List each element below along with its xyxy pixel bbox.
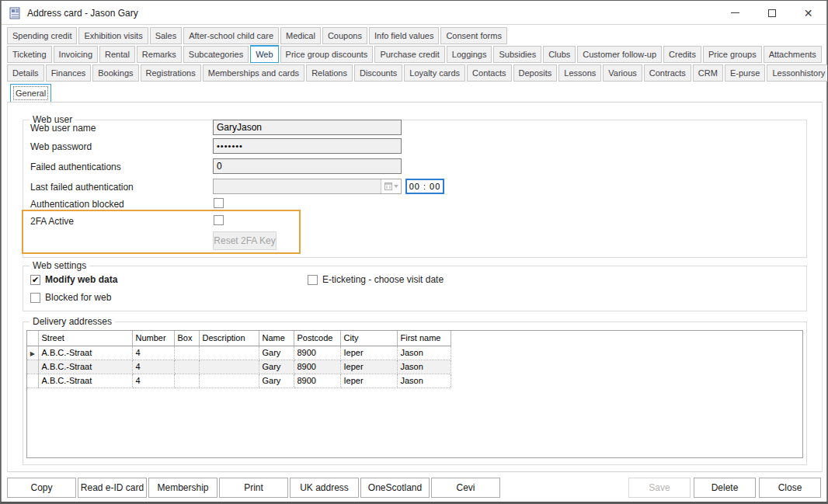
grid-cell[interactable]: A.B.C.-Straat (38, 360, 132, 374)
print-button[interactable]: Print (219, 478, 288, 498)
table-row[interactable]: ▶A.B.C.-Straat4Gary8900IeperJason (27, 346, 451, 360)
authentication-blocked-checkbox[interactable] (214, 198, 224, 208)
tab-price-group-discounts[interactable]: Price group discounts (280, 46, 374, 63)
tab-lessonhistory[interactable]: Lessonhistory (767, 64, 828, 82)
tab-spending-credit[interactable]: Spending credit (7, 27, 77, 44)
close-button[interactable]: Close (759, 478, 821, 498)
tab-subsidies[interactable]: Subsidies (493, 46, 541, 63)
tab-ticketing[interactable]: Ticketing (7, 46, 52, 63)
tab-rental[interactable]: Rental (99, 46, 135, 63)
tab-bookings[interactable]: Bookings (92, 64, 138, 82)
tab-loyalty-cards[interactable]: Loyalty cards (404, 64, 465, 82)
grid-cell[interactable]: Ieper (340, 360, 397, 374)
e-ticketing-choose-visit-date-checkbox[interactable] (308, 275, 318, 285)
grid-cell[interactable]: 8900 (294, 374, 340, 388)
row-selector[interactable] (27, 374, 38, 388)
grid-cell[interactable]: 4 (132, 374, 174, 388)
column-header-postcode[interactable]: Postcode (294, 331, 340, 346)
tab-general[interactable]: General (10, 84, 51, 103)
blocked-for-web-checkbox[interactable] (30, 293, 40, 303)
tab-contacts[interactable]: Contacts (467, 64, 511, 82)
date-dropdown-button[interactable] (381, 179, 401, 193)
grid-cell[interactable]: Ieper (340, 346, 397, 360)
last-failed-authentication-date-picker[interactable] (213, 179, 402, 194)
grid-cell[interactable] (174, 374, 199, 388)
tab-memberships-and-cards[interactable]: Memberships and cards (203, 64, 304, 82)
web-password-input[interactable]: ••••••• (213, 138, 402, 154)
tab-after-school-child-care[interactable]: After-school child care (183, 27, 279, 44)
tab-finances[interactable]: Finances (46, 64, 92, 82)
tfa-active-checkbox[interactable] (214, 215, 224, 225)
grid-cell[interactable]: A.B.C.-Straat (38, 346, 132, 360)
grid-cell[interactable] (174, 346, 199, 360)
grid-cell[interactable] (199, 360, 259, 374)
copy-button[interactable]: Copy (7, 478, 76, 498)
column-header-city[interactable]: City (340, 331, 397, 346)
tab-various[interactable]: Various (603, 64, 642, 82)
tab-sales[interactable]: Sales (150, 27, 183, 44)
delete-button[interactable]: Delete (694, 478, 756, 498)
row-selector[interactable] (27, 360, 38, 374)
row-selector[interactable]: ▶ (27, 346, 38, 360)
grid-cell[interactable] (199, 346, 259, 360)
minimize-button[interactable] (717, 2, 753, 24)
grid-cell[interactable]: A.B.C.-Straat (38, 374, 132, 388)
tab-discounts[interactable]: Discounts (354, 64, 402, 82)
save-button[interactable]: Save (628, 478, 691, 498)
address-card-icon[interactable] (9, 7, 21, 19)
checkbox-row-blocked-for-web[interactable]: Blocked for web (30, 292, 111, 303)
column-header-box[interactable]: Box (174, 331, 199, 346)
column-header-description[interactable]: Description (199, 331, 259, 346)
tab-exhibition-visits[interactable]: Exhibition visits (78, 27, 148, 44)
tab-subcategories[interactable]: Subcategories (183, 46, 249, 63)
last-failed-authentication-time-input[interactable]: 00 : 00 (405, 179, 444, 194)
grid-cell[interactable]: Ieper (340, 374, 397, 388)
grid-cell[interactable]: Gary (259, 374, 294, 388)
column-header-number[interactable]: Number (132, 331, 174, 346)
grid-cell[interactable]: Gary (259, 360, 294, 374)
tab-attachments[interactable]: Attachments (764, 46, 822, 63)
close-button[interactable]: ✕ (790, 2, 826, 24)
grid-cell[interactable]: Jason (397, 374, 451, 388)
tab-invoicing[interactable]: Invoicing (54, 46, 98, 63)
tab-customer-follow-up[interactable]: Customer follow-up (577, 46, 662, 63)
tab-info-field-values[interactable]: Info field values (369, 27, 439, 44)
tab-medical[interactable]: Medical (280, 27, 321, 44)
uk-address-button[interactable]: UK address (290, 478, 359, 498)
read-e-id-card-button[interactable]: Read e-ID card (78, 478, 147, 498)
table-row[interactable]: A.B.C.-Straat4Gary8900IeperJason (27, 374, 451, 388)
date-value[interactable] (214, 179, 381, 193)
grid-cell[interactable]: 4 (132, 346, 174, 360)
tab-remarks[interactable]: Remarks (137, 46, 182, 63)
tab-e-purse[interactable]: E-purse (725, 64, 766, 82)
membership-button[interactable]: Membership (148, 478, 217, 498)
tab-purchase-credit[interactable]: Purchase credit (374, 46, 444, 63)
cevi-button[interactable]: Cevi (431, 478, 500, 498)
grid-cell[interactable] (174, 360, 199, 374)
tab-credits[interactable]: Credits (663, 46, 701, 63)
grid-corner-cell[interactable] (27, 331, 38, 346)
grid-cell[interactable]: Jason (397, 346, 451, 360)
tab-clubs[interactable]: Clubs (543, 46, 576, 63)
tab-relations[interactable]: Relations (306, 64, 353, 82)
onescotland-button[interactable]: OneScotland (360, 478, 430, 498)
tab-details[interactable]: Details (7, 64, 44, 82)
modify-web-data-checkbox[interactable]: ✔ (30, 275, 40, 285)
web-user-name-input[interactable]: GaryJason (213, 120, 402, 135)
grid-cell[interactable]: 8900 (294, 346, 340, 360)
grid-cell[interactable]: Gary (259, 346, 294, 360)
tab-lessons[interactable]: Lessons (558, 64, 601, 82)
tab-loggings[interactable]: Loggings (447, 46, 492, 63)
tab-deposits[interactable]: Deposits (513, 64, 558, 82)
column-header-name[interactable]: Name (259, 331, 294, 346)
tab-coupons[interactable]: Coupons (322, 27, 367, 44)
reset-2fa-key-button[interactable]: Reset 2FA Key (213, 231, 277, 250)
tab-crm[interactable]: CRM (693, 64, 723, 82)
checkbox-row-modify-web-data[interactable]: ✔Modify web data (30, 274, 117, 285)
maximize-button[interactable] (753, 2, 790, 24)
tab-web[interactable]: Web (250, 45, 278, 63)
column-header-first-name[interactable]: First name (397, 331, 451, 346)
grid-cell[interactable] (199, 374, 259, 388)
tab-contracts[interactable]: Contracts (644, 64, 691, 82)
checkbox-row-e-ticketing-choose-visit-date[interactable]: E-ticketing - choose visit date (308, 274, 444, 285)
